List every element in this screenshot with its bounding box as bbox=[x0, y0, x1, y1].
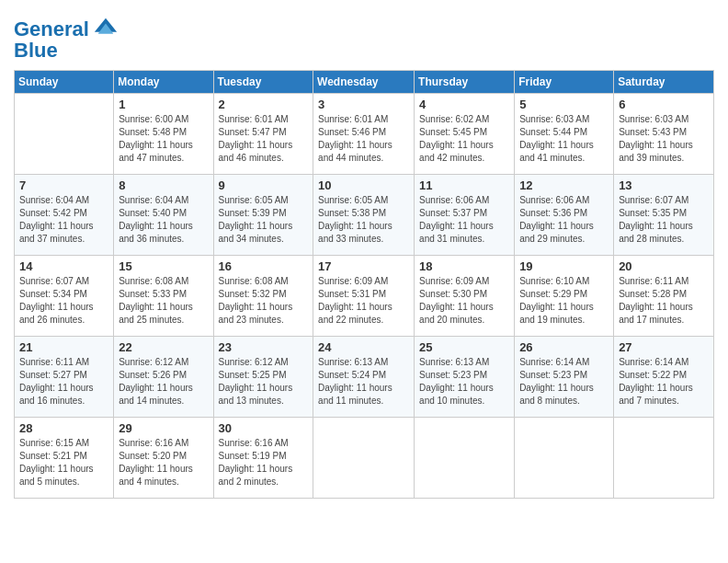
calendar-day-cell: 26Sunrise: 6:14 AMSunset: 5:23 PMDayligh… bbox=[515, 337, 614, 418]
day-info: Sunrise: 6:01 AMSunset: 5:46 PMDaylight:… bbox=[318, 113, 409, 165]
day-info: Sunrise: 6:14 AMSunset: 5:23 PMDaylight:… bbox=[519, 356, 609, 408]
calendar-day-cell: 9Sunrise: 6:05 AMSunset: 5:39 PMDaylight… bbox=[213, 175, 313, 256]
day-number: 16 bbox=[219, 259, 309, 273]
day-of-week-header: Wednesday bbox=[313, 71, 415, 94]
day-info: Sunrise: 6:09 AMSunset: 5:30 PMDaylight:… bbox=[419, 275, 509, 327]
calendar-day-cell bbox=[515, 418, 614, 499]
calendar-week-row: 21Sunrise: 6:11 AMSunset: 5:27 PMDayligh… bbox=[15, 337, 714, 418]
day-of-week-header: Thursday bbox=[415, 71, 515, 94]
day-info: Sunrise: 6:05 AMSunset: 5:38 PMDaylight:… bbox=[318, 194, 409, 246]
day-number: 27 bbox=[619, 340, 709, 354]
day-info: Sunrise: 6:06 AMSunset: 5:37 PMDaylight:… bbox=[419, 194, 509, 246]
day-number: 22 bbox=[119, 340, 208, 354]
day-number: 10 bbox=[318, 178, 409, 192]
calendar-day-cell: 7Sunrise: 6:04 AMSunset: 5:42 PMDaylight… bbox=[15, 175, 114, 256]
day-info: Sunrise: 6:16 AMSunset: 5:20 PMDaylight:… bbox=[119, 437, 208, 488]
day-number: 23 bbox=[219, 340, 309, 354]
calendar-table: SundayMondayTuesdayWednesdayThursdayFrid… bbox=[14, 70, 714, 499]
day-info: Sunrise: 6:10 AMSunset: 5:29 PMDaylight:… bbox=[519, 275, 609, 327]
calendar-day-cell: 6Sunrise: 6:03 AMSunset: 5:43 PMDaylight… bbox=[614, 94, 714, 175]
day-number: 13 bbox=[619, 178, 709, 192]
day-info: Sunrise: 6:13 AMSunset: 5:24 PMDaylight:… bbox=[318, 356, 409, 408]
calendar-day-cell: 17Sunrise: 6:09 AMSunset: 5:31 PMDayligh… bbox=[313, 256, 415, 337]
day-info: Sunrise: 6:11 AMSunset: 5:28 PMDaylight:… bbox=[619, 275, 709, 327]
day-number: 3 bbox=[318, 98, 409, 111]
day-info: Sunrise: 6:11 AMSunset: 5:27 PMDaylight:… bbox=[19, 356, 108, 408]
day-number: 17 bbox=[318, 259, 409, 273]
day-info: Sunrise: 6:02 AMSunset: 5:45 PMDaylight:… bbox=[419, 113, 509, 165]
day-info: Sunrise: 6:15 AMSunset: 5:21 PMDaylight:… bbox=[19, 437, 108, 488]
day-info: Sunrise: 6:16 AMSunset: 5:19 PMDaylight:… bbox=[219, 437, 309, 488]
day-number: 9 bbox=[219, 178, 309, 192]
calendar-day-cell: 16Sunrise: 6:08 AMSunset: 5:32 PMDayligh… bbox=[213, 256, 313, 337]
day-number: 12 bbox=[519, 178, 609, 192]
logo: General Blue bbox=[14, 17, 119, 63]
calendar-day-cell bbox=[15, 94, 114, 175]
day-info: Sunrise: 6:12 AMSunset: 5:26 PMDaylight:… bbox=[119, 356, 208, 408]
calendar-day-cell: 20Sunrise: 6:11 AMSunset: 5:28 PMDayligh… bbox=[614, 256, 714, 337]
day-number: 15 bbox=[119, 259, 208, 273]
calendar-day-cell: 13Sunrise: 6:07 AMSunset: 5:35 PMDayligh… bbox=[614, 175, 714, 256]
calendar-day-cell: 22Sunrise: 6:12 AMSunset: 5:26 PMDayligh… bbox=[114, 337, 213, 418]
calendar-week-row: 1Sunrise: 6:00 AMSunset: 5:48 PMDaylight… bbox=[15, 94, 714, 175]
logo-icon bbox=[93, 17, 119, 42]
day-info: Sunrise: 6:08 AMSunset: 5:32 PMDaylight:… bbox=[219, 275, 309, 327]
day-number: 4 bbox=[419, 98, 509, 111]
day-number: 21 bbox=[19, 340, 108, 354]
day-info: Sunrise: 6:12 AMSunset: 5:25 PMDaylight:… bbox=[219, 356, 309, 408]
day-of-week-header: Friday bbox=[515, 71, 614, 94]
calendar-day-cell: 18Sunrise: 6:09 AMSunset: 5:30 PMDayligh… bbox=[415, 256, 515, 337]
day-number: 18 bbox=[419, 259, 509, 273]
day-number: 24 bbox=[318, 340, 409, 354]
day-info: Sunrise: 6:09 AMSunset: 5:31 PMDaylight:… bbox=[318, 275, 409, 327]
calendar-day-cell: 4Sunrise: 6:02 AMSunset: 5:45 PMDaylight… bbox=[415, 94, 515, 175]
calendar-header-row: SundayMondayTuesdayWednesdayThursdayFrid… bbox=[15, 71, 714, 94]
day-number: 29 bbox=[119, 421, 208, 435]
calendar-day-cell: 24Sunrise: 6:13 AMSunset: 5:24 PMDayligh… bbox=[313, 337, 415, 418]
day-info: Sunrise: 6:13 AMSunset: 5:23 PMDaylight:… bbox=[419, 356, 509, 408]
day-number: 28 bbox=[19, 421, 108, 435]
day-number: 25 bbox=[419, 340, 509, 354]
calendar-day-cell bbox=[313, 418, 415, 499]
day-info: Sunrise: 6:04 AMSunset: 5:42 PMDaylight:… bbox=[19, 194, 108, 246]
calendar-day-cell: 25Sunrise: 6:13 AMSunset: 5:23 PMDayligh… bbox=[415, 337, 515, 418]
day-info: Sunrise: 6:03 AMSunset: 5:43 PMDaylight:… bbox=[619, 113, 709, 165]
day-info: Sunrise: 6:07 AMSunset: 5:34 PMDaylight:… bbox=[19, 275, 108, 327]
calendar-day-cell: 12Sunrise: 6:06 AMSunset: 5:36 PMDayligh… bbox=[515, 175, 614, 256]
day-number: 8 bbox=[119, 178, 208, 192]
calendar-day-cell: 19Sunrise: 6:10 AMSunset: 5:29 PMDayligh… bbox=[515, 256, 614, 337]
day-number: 30 bbox=[219, 421, 309, 435]
calendar-day-cell bbox=[614, 418, 714, 499]
day-info: Sunrise: 6:14 AMSunset: 5:22 PMDaylight:… bbox=[619, 356, 709, 408]
day-info: Sunrise: 6:06 AMSunset: 5:36 PMDaylight:… bbox=[519, 194, 609, 246]
day-number: 20 bbox=[619, 259, 709, 273]
calendar-day-cell: 5Sunrise: 6:03 AMSunset: 5:44 PMDaylight… bbox=[515, 94, 614, 175]
calendar-day-cell: 15Sunrise: 6:08 AMSunset: 5:33 PMDayligh… bbox=[114, 256, 213, 337]
day-number: 26 bbox=[519, 340, 609, 354]
day-number: 5 bbox=[519, 98, 609, 111]
calendar-day-cell: 21Sunrise: 6:11 AMSunset: 5:27 PMDayligh… bbox=[15, 337, 114, 418]
calendar-day-cell: 2Sunrise: 6:01 AMSunset: 5:47 PMDaylight… bbox=[213, 94, 313, 175]
calendar-day-cell: 30Sunrise: 6:16 AMSunset: 5:19 PMDayligh… bbox=[213, 418, 313, 499]
day-number: 1 bbox=[119, 98, 208, 111]
logo-text: General bbox=[14, 19, 89, 40]
calendar-day-cell: 29Sunrise: 6:16 AMSunset: 5:20 PMDayligh… bbox=[114, 418, 213, 499]
day-number: 7 bbox=[19, 178, 108, 192]
day-number: 2 bbox=[219, 98, 309, 111]
day-info: Sunrise: 6:03 AMSunset: 5:44 PMDaylight:… bbox=[519, 113, 609, 165]
day-info: Sunrise: 6:05 AMSunset: 5:39 PMDaylight:… bbox=[219, 194, 309, 246]
calendar-day-cell: 10Sunrise: 6:05 AMSunset: 5:38 PMDayligh… bbox=[313, 175, 415, 256]
calendar-week-row: 14Sunrise: 6:07 AMSunset: 5:34 PMDayligh… bbox=[15, 256, 714, 337]
calendar-day-cell bbox=[415, 418, 515, 499]
day-number: 11 bbox=[419, 178, 509, 192]
calendar-day-cell: 23Sunrise: 6:12 AMSunset: 5:25 PMDayligh… bbox=[213, 337, 313, 418]
day-of-week-header: Tuesday bbox=[213, 71, 313, 94]
calendar-day-cell: 14Sunrise: 6:07 AMSunset: 5:34 PMDayligh… bbox=[15, 256, 114, 337]
calendar-day-cell: 1Sunrise: 6:00 AMSunset: 5:48 PMDaylight… bbox=[114, 94, 213, 175]
day-number: 14 bbox=[19, 259, 108, 273]
calendar-week-row: 28Sunrise: 6:15 AMSunset: 5:21 PMDayligh… bbox=[15, 418, 714, 499]
calendar-day-cell: 8Sunrise: 6:04 AMSunset: 5:40 PMDaylight… bbox=[114, 175, 213, 256]
calendar-day-cell: 28Sunrise: 6:15 AMSunset: 5:21 PMDayligh… bbox=[15, 418, 114, 499]
day-number: 6 bbox=[619, 98, 709, 111]
calendar-day-cell: 11Sunrise: 6:06 AMSunset: 5:37 PMDayligh… bbox=[415, 175, 515, 256]
